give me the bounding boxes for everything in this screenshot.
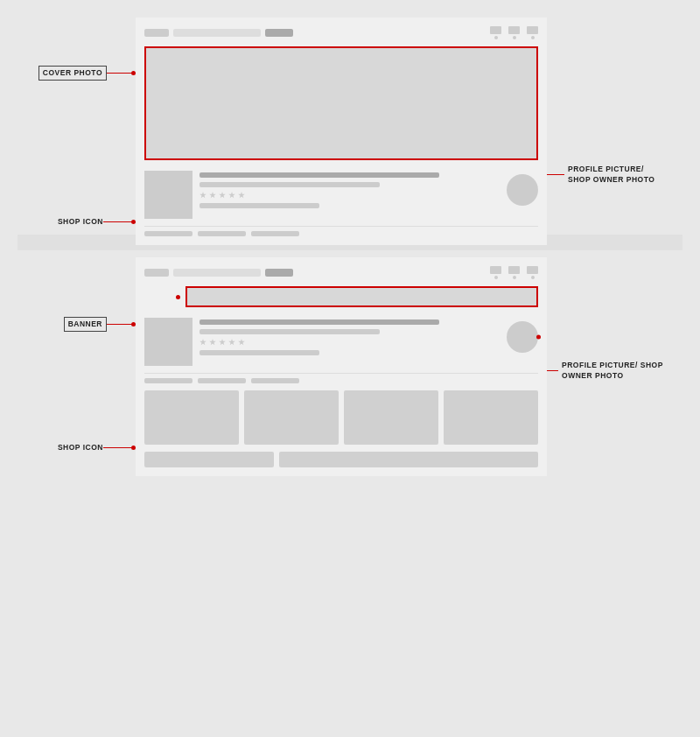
banner-left-annotation: BANNER bbox=[31, 257, 136, 332]
product-grid-2 bbox=[144, 390, 538, 445]
cover-photo-line bbox=[107, 73, 131, 74]
banner-line bbox=[107, 324, 131, 325]
banner-label: BANNER bbox=[64, 317, 107, 332]
nav-tag-2 bbox=[265, 269, 293, 277]
shop-text-2 bbox=[200, 318, 500, 355]
banner-dot-connector bbox=[176, 295, 180, 299]
profile-pic-2 bbox=[507, 321, 538, 353]
cover-photo-box bbox=[144, 46, 538, 160]
nav-search-1 bbox=[173, 29, 261, 37]
section2-mockup bbox=[136, 257, 547, 476]
cover-photo-dot bbox=[131, 71, 136, 75]
shop-icon-bottom-annotation-1: SHOP ICON bbox=[18, 217, 682, 226]
nav-icon-1 bbox=[490, 26, 501, 39]
product-wide-2 bbox=[279, 452, 538, 467]
nav-icons-1 bbox=[490, 26, 538, 39]
profile-pic-label-1: PROFILE PICTURE/ SHOP OWNER PHOTO bbox=[564, 165, 654, 186]
shop-icon-2 bbox=[144, 318, 192, 366]
nav-icon-4 bbox=[490, 266, 501, 279]
product-card-3 bbox=[344, 390, 438, 445]
cover-photo-left-annotation: COVER PHOTO bbox=[31, 18, 136, 81]
nav-icon-5 bbox=[508, 266, 520, 279]
nav-bar-1 bbox=[144, 26, 538, 39]
nav-icons-2 bbox=[490, 266, 538, 279]
tabs-row-1 bbox=[144, 226, 538, 236]
banner-box-area bbox=[144, 286, 538, 307]
product-row2 bbox=[144, 452, 538, 467]
nav-icon-3 bbox=[527, 26, 538, 39]
nav-logo-1 bbox=[144, 29, 169, 37]
nav-icon-2 bbox=[508, 26, 520, 39]
shop-info-row-2 bbox=[144, 314, 538, 369]
tabs-row-2 bbox=[144, 373, 538, 383]
nav-bar-2 bbox=[144, 266, 538, 279]
section-cover-photo: COVER PHOTO bbox=[18, 18, 682, 226]
profile-line-1 bbox=[547, 174, 564, 175]
profile-pic-1 bbox=[507, 174, 538, 206]
nav-icon-6 bbox=[527, 266, 538, 279]
cover-photo-annotation-row: COVER PHOTO bbox=[18, 18, 682, 245]
nav-tag-1 bbox=[265, 29, 293, 37]
shop-icon-label-1: SHOP ICON bbox=[58, 217, 103, 226]
profile-dot-connector bbox=[536, 335, 541, 340]
banner-box bbox=[186, 286, 538, 307]
cover-photo-label: COVER PHOTO bbox=[38, 66, 107, 81]
product-wide-1 bbox=[144, 452, 274, 467]
product-card-1 bbox=[144, 390, 239, 445]
product-card-4 bbox=[444, 390, 538, 445]
profile-pic-right-annotation-1: PROFILE PICTURE/ SHOP OWNER PHOTO bbox=[547, 18, 669, 186]
profile-pic-right-annotation-2: PROFILE PICTURE/ SHOP OWNER PHOTO bbox=[547, 257, 669, 382]
banner-annotation-row: BANNER bbox=[18, 257, 682, 476]
profile-pic-label-2: PROFILE PICTURE/ SHOP OWNER PHOTO bbox=[558, 361, 669, 382]
nav-search-2 bbox=[173, 269, 261, 277]
section-banner: BANNER bbox=[18, 257, 682, 452]
shop-info-row-1 bbox=[144, 167, 538, 222]
section1-mockup bbox=[136, 18, 547, 245]
nav-logo-2 bbox=[144, 269, 169, 277]
profile-line-2 bbox=[547, 370, 558, 371]
shop-icon-1 bbox=[144, 171, 192, 219]
shop-text-1 bbox=[200, 171, 500, 208]
product-card-2 bbox=[244, 390, 339, 445]
